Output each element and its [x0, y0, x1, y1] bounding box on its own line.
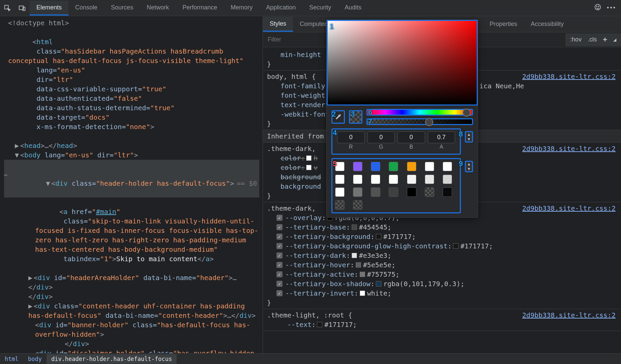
alpha-slider[interactable]: 7 [366, 118, 473, 125]
tab-console[interactable]: Console [68, 1, 104, 16]
palette-swatch[interactable] [425, 187, 434, 197]
palette-swatch[interactable] [407, 187, 416, 197]
tab-application[interactable]: Application [259, 1, 302, 16]
tab-memory[interactable]: Memory [224, 1, 259, 16]
spectrum-field[interactable]: 1 [327, 20, 478, 105]
selected-element[interactable]: … ▼<div class="header-holder has-default… [4, 160, 259, 198]
palette-swatch[interactable] [425, 175, 434, 184]
palette-swatch[interactable] [371, 187, 380, 197]
b-input[interactable] [397, 131, 425, 143]
palette-swatch[interactable] [389, 175, 398, 184]
body-element[interactable]: ▼<body lang="en-us" dir="ltr"> [4, 150, 259, 160]
property-checkbox[interactable]: ✓ [276, 243, 283, 249]
property-checkbox[interactable]: ✓ [276, 252, 283, 259]
color-picker-popup: 1 2 3 6 7 4 R G B A ▲▼ [326, 20, 478, 218]
tab-sources[interactable]: Sources [104, 1, 140, 16]
disclaimer-holder-element[interactable]: <div id="disclaimer-holder" class="has-o… [4, 348, 259, 353]
more-icon[interactable]: ••• [607, 4, 616, 11]
styles-tab-properties[interactable]: Properties [483, 17, 524, 31]
content-header-element[interactable]: ▶<div class="content-header uhf-containe… [4, 301, 259, 320]
palette-swatch[interactable] [443, 162, 452, 171]
tab-performance[interactable]: Performance [176, 1, 224, 16]
source-link[interactable]: 2d9bb338.site-ltr.css:2 [522, 204, 616, 213]
palette-swatch[interactable] [443, 187, 452, 197]
palette-swatch[interactable] [353, 200, 362, 210]
format-stepper[interactable]: ▲▼ [465, 131, 473, 143]
palette-swatch[interactable] [353, 162, 362, 171]
callout-1: 1 [330, 22, 334, 31]
cls-toggle[interactable]: .cls [588, 36, 597, 43]
eyedropper-button[interactable]: 2 [331, 110, 345, 124]
callout-9: 9 [459, 159, 463, 168]
palette-swatch[interactable] [353, 175, 362, 184]
corner-icon[interactable]: ◢ [613, 37, 616, 42]
property-checkbox[interactable]: ✓ [276, 215, 283, 221]
css-property[interactable]: ✓--tertiary-background-glow-high-contras… [267, 241, 616, 251]
devtools-toolbar: ElementsConsoleSourcesNetworkPerformance… [0, 0, 621, 16]
property-checkbox[interactable]: ✓ [276, 281, 283, 287]
property-checkbox[interactable]: ✓ [276, 262, 283, 268]
anchor-element[interactable]: <a href="#main" class="skip-to-main-link… [4, 198, 259, 273]
tab-elements[interactable]: Elements [30, 1, 68, 16]
styles-tab-styles[interactable]: Styles [263, 17, 293, 32]
palette-swatch[interactable] [443, 175, 452, 184]
palette-stepper[interactable]: ▲▼ [465, 161, 473, 172]
css-property[interactable]: ✓--tertiary-base: #454545; [267, 222, 616, 232]
css-property[interactable]: ✓--tertiary-invert: white; [267, 289, 616, 298]
new-style-rule-button[interactable]: + [603, 35, 607, 44]
r-input[interactable] [337, 131, 365, 143]
css-property[interactable]: ✓--tertiary-hover: #5e5e5e; [267, 260, 616, 270]
palette-swatch[interactable] [371, 175, 380, 184]
callout-2: 2 [332, 110, 336, 119]
palette-swatch[interactable] [335, 200, 345, 210]
styles-tab-accessibility[interactable]: Accessibility [524, 17, 570, 31]
hue-slider[interactable]: 6 [366, 109, 473, 116]
palette-swatch[interactable] [389, 187, 398, 197]
palette-swatch[interactable] [371, 162, 380, 171]
palette-swatch[interactable] [389, 162, 398, 171]
css-property[interactable]: ✓--tertiary-box-shadow: rgba(0,101,179,0… [267, 279, 616, 289]
smiley-icon[interactable] [594, 3, 601, 12]
palette-swatch[interactable] [425, 162, 434, 171]
css-property[interactable]: ✓--tertiary-active: #757575; [267, 270, 616, 279]
css-property[interactable]: ✓--tertiary-dark: #e3e3e3; [267, 251, 616, 260]
header-area-element[interactable]: ▶<div id="headerAreaHolder" data-bi-name… [4, 273, 259, 292]
device-toolbar-icon[interactable] [15, 1, 30, 16]
palette-swatch[interactable] [407, 175, 416, 184]
breadcrumb: html body div.header-holder.has-default-… [0, 353, 621, 364]
crumb-selected[interactable]: div.header-holder.has-default-focus [47, 354, 177, 364]
hov-toggle[interactable]: :hov [570, 36, 582, 43]
a-input[interactable] [428, 131, 455, 143]
banner-holder-element[interactable]: <div id="banner-holder" class="has-defau… [4, 320, 259, 339]
source-link[interactable]: 2d9bb338.site-ltr.css:2 [522, 310, 616, 320]
callout-4: 4 [333, 128, 337, 137]
head-element[interactable]: ▶<head>…</head> [4, 141, 259, 150]
property-checkbox[interactable]: ✓ [276, 290, 283, 296]
palette-swatch[interactable] [335, 175, 345, 184]
source-link[interactable]: 2d9bb338.site-ltr.css:2 [522, 72, 616, 81]
palette-swatch[interactable] [335, 187, 345, 197]
css-property[interactable]: ✓--tertiary-background: #171717; [267, 232, 616, 241]
property-checkbox[interactable]: ✓ [276, 234, 283, 240]
svg-point-4 [596, 6, 597, 7]
crumb-html[interactable]: html [0, 354, 23, 364]
crumb-body[interactable]: body [23, 354, 47, 364]
g-input[interactable] [367, 131, 395, 143]
inspect-element-icon[interactable] [0, 1, 15, 16]
tab-security[interactable]: Security [302, 1, 338, 16]
callout-5: 5 [333, 159, 337, 168]
property-checkbox[interactable]: ✓ [276, 224, 283, 230]
palette-swatch[interactable] [407, 162, 416, 171]
rgba-inputs: 4 R G B A [331, 128, 461, 155]
svg-point-5 [598, 6, 599, 7]
tab-audits[interactable]: Audits [338, 1, 368, 16]
html-element[interactable]: <html class="hasSidebar hasPageActions h… [4, 28, 259, 141]
source-link[interactable]: 2d9bb338.site-ltr.css:2 [522, 144, 616, 153]
tab-network[interactable]: Network [140, 1, 176, 16]
property-checkbox[interactable]: ✓ [276, 271, 283, 277]
elements-dom-tree[interactable]: <!doctype html> <html class="hasSidebar … [0, 16, 263, 353]
selected-marker: == $0 [234, 179, 257, 187]
callout-3: 3 [351, 110, 355, 119]
palette-swatch[interactable] [353, 187, 362, 197]
callout-8: 8 [459, 130, 463, 139]
